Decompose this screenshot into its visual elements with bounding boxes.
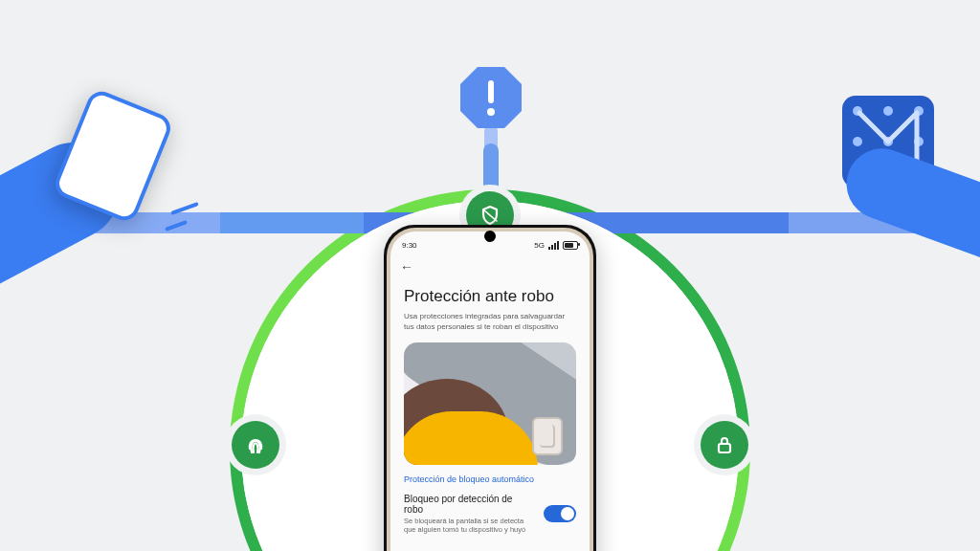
network-label: 5G [534,241,545,250]
svg-rect-1 [488,80,494,103]
fingerprint-icon [232,421,279,469]
illustration-hand-grab [0,82,206,245]
theft-detection-desc: Se bloqueará la pantalla si se detecta q… [404,517,534,536]
auto-lock-section-link[interactable]: Protección de bloqueo automático [404,474,576,484]
theft-detection-title: Bloqueo por detección de robo [404,494,534,515]
alert-icon [458,65,523,130]
page-subtitle: Usa protecciones integradas para salvagu… [404,312,576,333]
signal-icon [548,241,559,250]
back-button[interactable]: ← [400,259,413,275]
theft-detection-toggle[interactable] [544,505,576,522]
status-time: 9:30 [402,241,417,250]
phone-mockup: 9:30 5G ← Protección ante robo Usa prote… [384,225,596,551]
page-title: Protección ante robo [404,287,576,306]
battery-icon [563,241,578,250]
camera-punchhole-icon [484,231,496,242]
illustration-pattern-unlock [779,96,980,249]
phone-in-hand-icon [532,417,563,455]
svg-point-2 [487,108,495,116]
lock-icon [701,421,748,469]
hero-illustration [404,342,576,465]
theft-detection-row[interactable]: Bloqueo por detección de robo Se bloquea… [404,494,576,536]
svg-rect-3 [719,444,730,452]
